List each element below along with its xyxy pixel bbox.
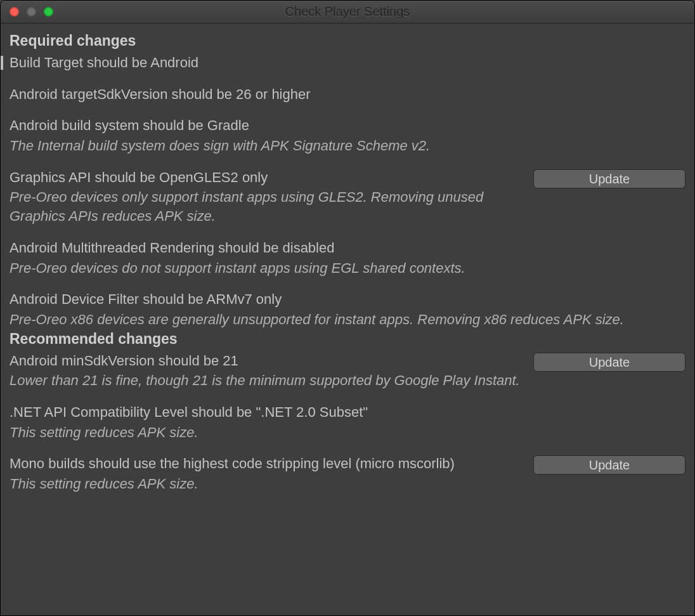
item-note: Pre-Oreo devices only support instant ap… xyxy=(10,188,524,225)
item-title: Graphics API should be OpenGLES2 only xyxy=(10,168,524,187)
recommended-changes-header: Recommended changes xyxy=(10,329,685,349)
item-title: Android Multithreaded Rendering should b… xyxy=(10,239,685,258)
window-title: Check Player Settings xyxy=(1,3,694,20)
required-mt-rendering-item: Android Multithreaded Rendering should b… xyxy=(10,237,685,277)
required-build-target-item: Build Target should be Android xyxy=(10,52,685,72)
item-note: This setting reduces APK size. xyxy=(10,475,524,494)
required-target-sdk-item: Android targetSdkVersion should be 26 or… xyxy=(10,84,685,104)
item-note: Lower than 21 is fine, though 21 is the … xyxy=(10,371,524,390)
item-title: Mono builds should use the highest code … xyxy=(10,454,524,473)
recommended-net-api-item: .NET API Compatibility Level should be "… xyxy=(10,402,685,442)
item-note: Pre-Oreo x86 devices are generally unsup… xyxy=(10,310,685,329)
item-title: Android targetSdkVersion should be 26 or… xyxy=(10,85,685,104)
item-note: The Internal build system does sign with… xyxy=(10,136,685,155)
item-note: This setting reduces APK size. xyxy=(10,423,685,442)
content-area: Required changes Build Target should be … xyxy=(1,23,694,505)
window-frame: Check Player Settings Required changes B… xyxy=(0,0,695,616)
required-build-system-item: Android build system should be Gradle Th… xyxy=(10,115,685,155)
title-bar: Check Player Settings xyxy=(1,1,694,23)
update-button[interactable]: Update xyxy=(533,169,685,188)
required-graphics-api-item: Graphics API should be OpenGLES2 only Pr… xyxy=(10,167,685,226)
update-button[interactable]: Update xyxy=(533,455,685,475)
item-title: Build Target should be Android xyxy=(10,53,685,72)
item-note: Pre-Oreo devices do not support instant … xyxy=(10,259,685,278)
recommended-mono-stripping-item: Mono builds should use the highest code … xyxy=(10,453,685,493)
item-title: .NET API Compatibility Level should be "… xyxy=(10,403,685,422)
recommended-min-sdk-item: Android minSdkVersion should be 21 Lower… xyxy=(10,350,685,390)
item-title: Android Device Filter should be ARMv7 on… xyxy=(10,290,685,309)
required-changes-header: Required changes xyxy=(10,31,685,51)
required-device-filter-item: Android Device Filter should be ARMv7 on… xyxy=(10,289,685,329)
update-button[interactable]: Update xyxy=(533,353,685,372)
item-title: Android minSdkVersion should be 21 xyxy=(10,351,524,370)
item-title: Android build system should be Gradle xyxy=(10,116,685,135)
